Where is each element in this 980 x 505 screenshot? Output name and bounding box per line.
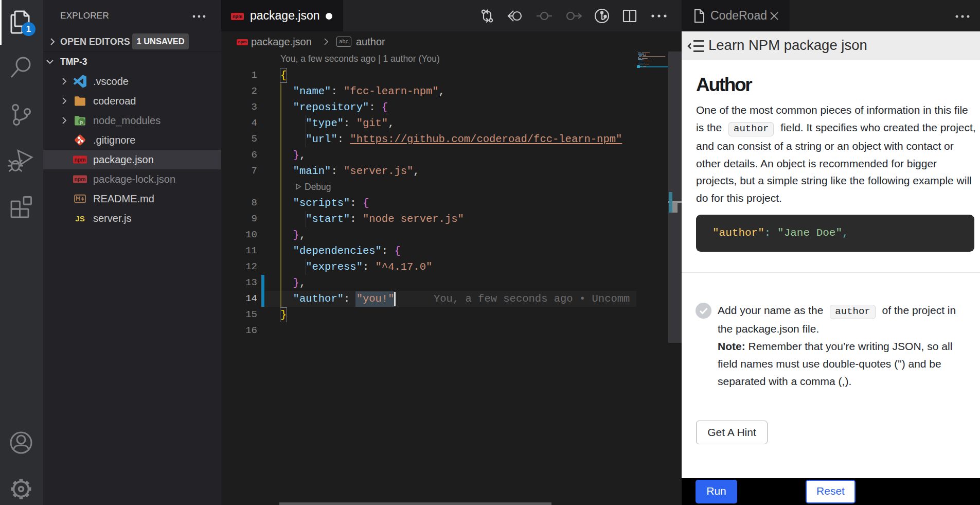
svg-text:js: js	[80, 119, 83, 125]
